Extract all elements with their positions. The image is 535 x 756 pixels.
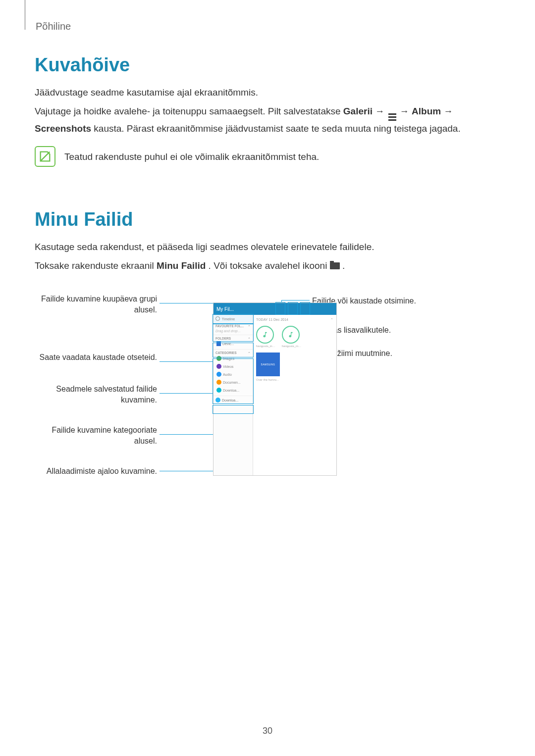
sc-sidebar: Timeline FAVOURITE FOL... ⌃ Drag and dro… [214,315,253,475]
arrow-2: → [400,106,412,116]
s2-p2b: . Või toksake avalehel ikooni [209,260,330,271]
note-text: Teatud rakenduste puhul ei ole võimalik … [64,146,319,165]
thumb-1-wrap[interactable]: hangouts_inco... [256,326,276,348]
sc-header: My Fil... [214,303,336,315]
sidebar-download-history-label: Downloa... [222,399,238,402]
callout-left-1: Failide kuvamine kuupäeva grupi alusel. [35,294,157,315]
s2-p2: Toksake rakenduste ekraanil Minu Failid … [35,258,500,274]
sc-date-label: TODAY 11 Dec 2014 [256,318,288,322]
sc-thumbs-row: hangouts_inco... hangouts_mes... [256,326,333,348]
s1-p3b: kausta. Pärast ekraanitõmmise jäädvustam… [94,123,460,134]
page-margin-marker [25,0,25,30]
note-icon [35,146,55,167]
s2-p2-app: Minu Failid [157,260,206,271]
samsung-caption: Over the horizo... [256,378,333,381]
device-screenshot: My Fil... Timeline [213,302,337,476]
sc-date-row: TODAY 11 Dec 2014 ⌃ [256,317,333,324]
chevron-up-icon: ⌃ [248,352,251,355]
sidebar-device[interactable]: Devic... [215,340,251,348]
samsung-tile[interactable]: SAMSUNG [256,353,280,376]
cat-videos[interactable]: Videos [215,362,251,370]
page-number: 30 [0,726,535,736]
callout-left-3: Seadmele salvestatud failide kuvamine. [35,384,157,405]
heading-kuvahoive: Kuvahõive [35,54,500,76]
hamburger-menu-icon [388,113,396,121]
cat-documents-label: Documen... [223,381,241,384]
s1-p2: Vajutage ja hoidke avalehe- ja toitenupp… [35,103,500,137]
cat-videos-label: Videos [223,365,233,368]
chevron-up-icon: ⌃ [248,325,251,329]
s1-p2-album: Album [412,106,441,116]
sidebar-folders-label: FOLDERS [215,337,231,340]
sidebar-folders[interactable]: FOLDERS ⌃ Devic... [214,335,253,350]
documents-icon [216,380,221,385]
lead-line [160,361,218,362]
cat-images[interactable]: Images [215,354,251,362]
sidebar-timeline-label: Timeline [222,317,235,321]
cat-audio[interactable]: Audio [215,370,251,378]
audio-icon [216,372,221,377]
lead-line [160,303,218,303]
thumb-2-wrap[interactable]: hangouts_mes... [282,326,302,348]
clock-icon [215,316,220,321]
chevron-up-icon: ⌃ [248,337,251,341]
lead-line [281,300,310,301]
cat-downloads[interactable]: Downloa... [215,386,251,394]
cat-images-label: Images [223,357,234,360]
folder-icon [330,262,340,269]
sc-header-icons [323,306,333,312]
videos-icon [216,364,221,369]
thumb-1-label: hangouts_inco... [256,345,276,348]
s2-p1: Kasutage seda rakendust, et pääseda ligi… [35,239,500,255]
callout-left-4: Failide kuvamine kategooriate alusel. [35,425,157,446]
sidebar-favourite[interactable]: FAVOURITE FOL... ⌃ Drag and drop... [214,323,253,335]
cat-audio-label: Audio [223,373,232,376]
device-icon [216,342,221,346]
s2-p2c: . [342,260,345,271]
sidebar-categories-label: CATEGORIES [215,351,237,354]
annotated-screenshot-diagram: Failide kuvamine kuupäeva grupi alusel. … [35,289,500,576]
arrow-3: → [444,106,453,116]
sidebar-download-history[interactable]: Downloa... [214,396,253,404]
sidebar-device-label: Devic... [222,342,234,346]
arrow-1: → [375,106,387,116]
sidebar-categories[interactable]: CATEGORIES ⌃ Images Videos Audio Documen… [214,350,253,396]
s2-p2a: Toksake rakenduste ekraanil [35,260,157,271]
callout-left-2: Saate vaadata kaustade otseteid. [35,352,157,363]
s1-p3-screenshots: Screenshots [35,123,91,134]
breadcrumb: Põhiline [36,21,71,32]
images-icon [216,356,221,361]
cat-documents[interactable]: Documen... [215,378,251,386]
sidebar-timeline[interactable]: Timeline [214,315,253,323]
drag-hint: Drag and drop... [215,328,251,333]
download-history-icon [215,398,220,403]
s1-p2a: Vajutage ja hoidke avalehe- ja toitenupp… [35,106,343,116]
sidebar-favourite-label: FAVOURITE FOL... [215,324,244,328]
s1-p1: Jäädvustage seadme kasutamise ajal ekraa… [35,85,500,101]
thumb-2-label: hangouts_mes... [282,345,302,348]
music-note-icon [282,326,300,344]
music-note-icon [256,326,274,344]
sc-body: Timeline FAVOURITE FOL... ⌃ Drag and dro… [214,315,336,475]
cat-downloads-label: Downloa... [223,389,239,392]
sc-main: TODAY 11 Dec 2014 ⌃ hangouts_inco... han… [253,315,336,475]
heading-minufailid: Minu Failid [35,209,500,230]
sc-title: My Fil... [216,306,234,312]
downloads-icon [216,388,221,393]
callout-left-5: Allalaadimiste ajaloo kuvamine. [35,466,157,477]
s1-p2-gallery: Galerii [343,106,373,116]
page-content: Kuvahõive Jäädvustage seadme kasutamise … [0,0,535,596]
note-block: Teatud rakenduste puhul ei ole võimalik … [35,146,500,167]
chevron-up-icon[interactable]: ⌃ [330,318,333,322]
